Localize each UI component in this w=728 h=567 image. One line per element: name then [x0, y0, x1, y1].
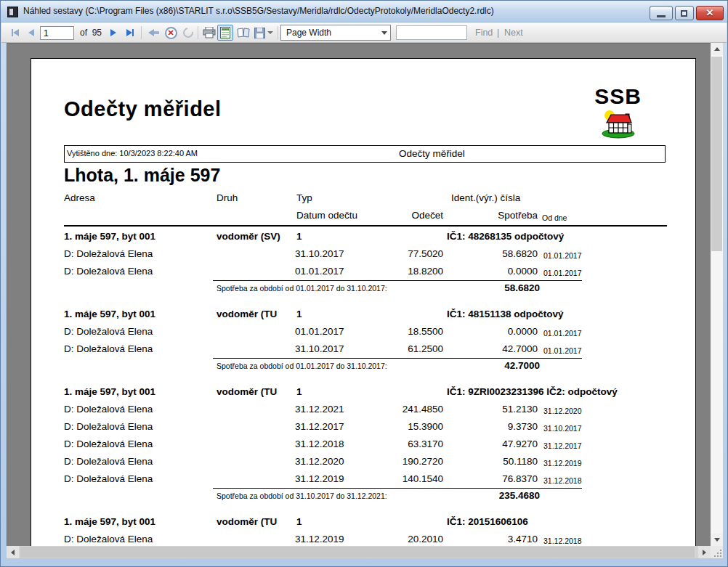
meter-ident: IČ1: 48268135 odpočtový	[447, 228, 564, 245]
reading-owner: D: Doležalová Elena	[64, 436, 153, 453]
page-number-input[interactable]	[40, 26, 74, 40]
scrollbar-corner	[711, 546, 723, 558]
print-layout-button[interactable]	[217, 25, 233, 41]
toolbar-separator	[141, 26, 142, 39]
meter-ident: IČ1: 48151138 odpočtový	[447, 306, 564, 323]
next-button[interactable]: Next	[504, 28, 523, 38]
summary-rule	[213, 488, 582, 489]
consumption-summary-row: Spotřeba za období od 31.10.2017 do 31.1…	[31, 488, 695, 507]
scroll-up-button[interactable]	[711, 43, 723, 55]
reading-from-date: 31.12.2018	[543, 532, 582, 546]
reading-row: D: Doležalová Elena 01.01.2017 18.8200 0…	[31, 263, 695, 280]
reading-consumption: 58.6820	[460, 245, 538, 263]
reading-consumption: 42.7000	[460, 340, 538, 358]
find-next-separator: |	[497, 28, 499, 38]
reading-row: D: Doležalová Elena 01.01.2017 18.5500 0…	[31, 323, 695, 340]
maximize-icon	[681, 10, 687, 17]
horizontal-scrollbar-thumb[interactable]	[20, 547, 695, 558]
first-page-button[interactable]	[7, 25, 23, 41]
reading-value: 20.2010	[336, 531, 443, 546]
meter-typ: 1	[296, 228, 302, 245]
back-icon	[148, 29, 159, 36]
scroll-up-icon	[714, 47, 720, 51]
back-to-parent-button[interactable]	[145, 25, 161, 41]
summary-label: Spotřeba za období od 01.01.2017 do 31.1…	[217, 284, 387, 293]
reading-from-date: 01.01.2017	[543, 247, 582, 264]
scroll-left-icon	[11, 550, 15, 555]
reading-value: 63.3170	[336, 436, 443, 453]
column-header-adresa: Adresa	[64, 192, 95, 203]
next-page-button[interactable]	[105, 25, 121, 41]
reading-owner: D: Doležalová Elena	[64, 401, 153, 418]
close-icon: ✕	[697, 7, 723, 18]
reading-from-date: 01.01.2017	[543, 325, 582, 342]
report-icon	[7, 7, 18, 17]
scroll-left-button[interactable]	[7, 546, 19, 558]
last-page-button[interactable]	[122, 25, 138, 41]
export-button[interactable]	[253, 25, 275, 41]
reading-row: D: Doležalová Elena 31.12.2017 15.3900 9…	[31, 418, 695, 436]
printed-date-label: Vytištěno dne: 10/3/2023 8:22:40 AM	[67, 149, 198, 158]
report-client-area: Odečty měřidel SSB Vytištěno dne: 10/3	[7, 43, 723, 558]
meter-address: 1. máje 597, byt 001	[64, 383, 155, 401]
meter-type: vodoměr (TU	[217, 513, 277, 531]
stop-rendering-button[interactable]: ✕	[163, 25, 179, 41]
page-header-band: Vytištěno dne: 10/3/2023 8:22:40 AM Odeč…	[64, 145, 666, 163]
column-header-od-dne: Od dne	[542, 213, 567, 222]
resize-grip[interactable]	[720, 555, 721, 557]
print-layout-icon	[220, 27, 230, 38]
reading-consumption: 47.9270	[460, 436, 538, 453]
search-input[interactable]	[396, 25, 467, 40]
previous-page-button[interactable]	[23, 25, 39, 41]
meter-address: 1. máje 597, byt 001	[64, 306, 155, 323]
reading-owner: D: Doležalová Elena	[64, 323, 153, 340]
zoom-select[interactable]: Page Width	[280, 25, 391, 41]
reading-consumption: 0.0000	[460, 323, 538, 340]
meter-type: vodoměr (SV)	[217, 228, 280, 245]
toolbar: of 95 ✕	[1, 23, 727, 43]
meter-address: 1. máje 597, byt 001	[64, 513, 155, 531]
close-button[interactable]: ✕	[696, 6, 724, 20]
page-setup-icon	[237, 28, 250, 38]
reading-consumption: 76.8370	[460, 470, 538, 488]
report-page: Odečty měřidel SSB Vytištěno dne: 10/3	[31, 58, 696, 546]
meter-block: 1. máje 597, byt 001 vodoměr (TU 1 IČ1: …	[31, 306, 695, 378]
reading-value: 61.2500	[336, 340, 443, 358]
page-setup-button[interactable]	[235, 25, 251, 41]
reading-from-date: 31.12.2017	[543, 437, 582, 454]
reading-value: 241.4850	[336, 401, 443, 418]
horizontal-scrollbar[interactable]	[7, 546, 711, 558]
reading-owner: D: Doležalová Elena	[64, 470, 153, 488]
reading-from-date: 31.10.2017	[543, 420, 582, 437]
meter-row: 1. máje 597, byt 001 vodoměr (TU 1 IČ1: …	[31, 513, 695, 531]
reading-owner: D: Doležalová Elena	[64, 531, 153, 546]
reading-value: 190.2720	[336, 453, 443, 470]
summary-value: 58.6820	[460, 282, 540, 293]
find-button[interactable]: Find	[475, 28, 493, 38]
reading-owner: D: Doležalová Elena	[64, 453, 153, 470]
minimize-icon	[657, 15, 666, 17]
refresh-button[interactable]	[180, 25, 196, 41]
summary-rule	[213, 280, 582, 281]
reading-value: 18.8200	[336, 263, 443, 280]
meter-typ: 1	[296, 513, 302, 531]
reading-value: 77.5020	[336, 245, 443, 263]
maximize-button[interactable]	[675, 6, 694, 20]
title-bar: Náhled sestavy (C:\Program Files (x86)\S…	[1, 1, 727, 23]
reading-consumption: 0.0000	[460, 263, 538, 280]
scroll-right-button[interactable]	[698, 546, 711, 558]
house-icon	[599, 108, 637, 139]
vertical-scrollbar[interactable]	[711, 43, 723, 546]
meter-row: 1. máje 597, byt 001 vodoměr (TU 1 IČ1: …	[31, 383, 695, 401]
reading-from-date: 31.12.2018	[543, 472, 582, 489]
meter-address: 1. máje 597, byt 001	[64, 228, 155, 245]
print-button[interactable]	[201, 25, 217, 41]
reading-owner: D: Doležalová Elena	[64, 245, 153, 263]
minimize-button[interactable]	[650, 6, 673, 20]
scroll-down-button[interactable]	[711, 534, 723, 546]
consumption-summary-row: Spotřeba za období od 01.01.2017 do 31.1…	[31, 280, 695, 300]
summary-label: Spotřeba za období od 01.01.2017 do 31.1…	[217, 362, 387, 370]
vertical-scrollbar-thumb[interactable]	[711, 57, 722, 251]
window-title: Náhled sestavy (C:\Program Files (x86)\S…	[23, 6, 494, 16]
reading-from-date: 31.12.2020	[543, 402, 582, 420]
